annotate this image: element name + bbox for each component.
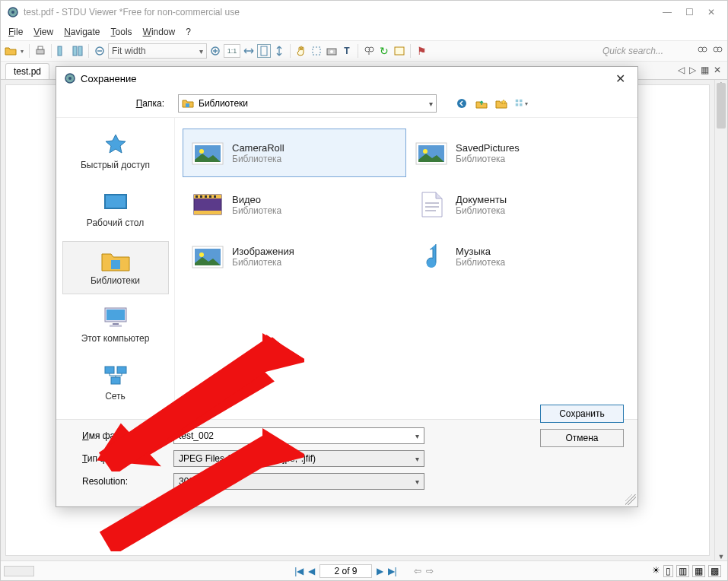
file-name: Музыка (456, 246, 505, 257)
scroll-down-icon[interactable]: ▼ (715, 553, 727, 560)
layout-single-icon[interactable]: ▯ (663, 565, 673, 577)
hand-tool-icon[interactable] (294, 44, 308, 58)
tab-grid-icon[interactable]: ▦ (701, 65, 709, 75)
search-prev-icon[interactable] (695, 44, 709, 58)
menu-help[interactable]: ? (186, 27, 191, 37)
layout-double-icon[interactable]: ▦ (692, 565, 705, 577)
close-button[interactable]: ✕ (707, 7, 715, 17)
new-folder-icon[interactable] (494, 97, 508, 110)
quick-search-input[interactable]: Quick search... (602, 46, 694, 56)
save-button[interactable]: Сохранить (540, 405, 624, 423)
page-indicator[interactable]: 2 of 9 (319, 564, 371, 578)
vertical-scrollbar[interactable]: ▲ ▼ (714, 80, 727, 560)
dialog-titlebar: Сохранение ✕ (56, 67, 637, 90)
place-desktop[interactable]: Рабочий стол (62, 183, 169, 237)
zoom-mode-select[interactable]: Fit width (108, 43, 207, 59)
star-icon (66, 132, 165, 157)
tab-prev-icon[interactable]: ◁ (678, 65, 685, 75)
menu-navigate[interactable]: Navigate (64, 27, 100, 37)
svg-rect-38 (110, 325, 122, 327)
resize-grip[interactable] (625, 494, 636, 505)
svg-point-47 (423, 149, 428, 154)
open-dropdown-icon[interactable]: ▾ (19, 44, 25, 58)
find-icon[interactable] (362, 44, 376, 58)
first-page-button[interactable]: |◀ (294, 566, 304, 576)
svg-point-25 (68, 77, 72, 80)
file-grid[interactable]: CameraRollБиблиотекаSavedPicturesБиблиот… (175, 118, 637, 419)
select-tool-icon[interactable] (310, 44, 323, 58)
folder-combo[interactable]: Библиотеки ▾ (178, 94, 437, 113)
tab-current-document[interactable]: test.pd (5, 63, 49, 79)
menu-view[interactable]: View (33, 27, 53, 37)
find-next-icon[interactable]: ↻ (377, 44, 391, 58)
file-subtitle: Библиотека (232, 257, 294, 268)
place-pc[interactable]: Этот компьютер (62, 299, 169, 352)
open-icon[interactable] (4, 44, 17, 58)
nav-fwd-button[interactable]: ⇨ (426, 566, 434, 576)
text-tool-icon[interactable]: T (340, 44, 354, 58)
filename-input[interactable]: test_002▾ (173, 427, 424, 444)
menu-file[interactable]: File (8, 27, 23, 37)
svg-rect-34 (111, 260, 120, 269)
actual-size-button[interactable]: 1:1 (224, 44, 240, 58)
file-item[interactable]: ВидеоБиблиотека (183, 180, 406, 229)
print-icon[interactable] (33, 44, 47, 58)
file-item[interactable]: ИзображенияБиблиотека (183, 232, 406, 281)
titlebar: test.pdf - STDU Viewer *Free for non-com… (1, 1, 727, 24)
fit-width-icon[interactable] (242, 44, 256, 58)
thumb2-icon[interactable] (71, 44, 84, 58)
place-network[interactable]: Сеть (62, 357, 169, 410)
horizontal-scrollbar[interactable] (4, 566, 34, 576)
file-name: Видео (232, 194, 281, 205)
filetype-select[interactable]: JPEG Files (*.jpg;*.jpeg;*.jpe;*.jfif)▾ (173, 450, 424, 467)
thumb1-icon[interactable] (56, 44, 69, 58)
pictures-icon (415, 138, 448, 168)
svg-rect-53 (205, 195, 207, 198)
svg-rect-28 (516, 100, 519, 103)
file-subtitle: Библиотека (456, 205, 507, 216)
fit-page-icon[interactable] (257, 44, 271, 58)
layout-cont-icon[interactable]: ▥ (676, 565, 689, 577)
place-star[interactable]: Быстрый доступ (62, 125, 169, 179)
brightness-icon[interactable]: ☀ (652, 565, 660, 577)
file-name: SavedPictures (456, 142, 520, 154)
pictures-icon (191, 138, 224, 168)
menu-tools[interactable]: Tools (111, 27, 132, 37)
scroll-thumb[interactable] (717, 83, 726, 129)
svg-rect-19 (395, 47, 404, 55)
file-item[interactable]: SavedPicturesБиблиотека (406, 129, 630, 177)
prev-page-button[interactable]: ◀ (308, 566, 315, 576)
zoom-out-icon[interactable] (93, 44, 106, 58)
file-item[interactable]: CameraRollБиблиотека (183, 129, 406, 177)
next-page-button[interactable]: ▶ (377, 566, 383, 576)
view-mode-icon[interactable]: ▾ (514, 97, 528, 110)
last-page-button[interactable]: ▶| (388, 566, 397, 576)
resolution-label: Resolution: (67, 476, 166, 487)
snapshot-icon[interactable] (325, 44, 339, 58)
zoom-in-icon[interactable] (208, 44, 222, 58)
resolution-select[interactable]: 300 DPI▾ (173, 473, 424, 490)
bookmark-icon[interactable] (393, 44, 406, 58)
maximize-button[interactable]: ☐ (685, 7, 694, 17)
up-folder-icon[interactable] (475, 97, 488, 110)
music-icon (415, 241, 448, 271)
dialog-close-button[interactable]: ✕ (611, 71, 630, 86)
svg-rect-2 (37, 49, 44, 54)
file-item[interactable]: МузыкаБиблиотека (406, 232, 630, 281)
place-label: Рабочий стол (66, 217, 165, 228)
tab-close-icon[interactable]: ✕ (714, 65, 721, 75)
tab-next-icon[interactable]: ▷ (689, 65, 696, 75)
nav-back-button[interactable]: ⇦ (414, 566, 421, 576)
file-item[interactable]: ДокументыБиблиотека (406, 180, 630, 229)
menu-window[interactable]: Window (143, 27, 176, 37)
layout-grid-icon[interactable]: ▩ (708, 565, 721, 577)
search-next-icon[interactable] (711, 44, 724, 58)
place-libraries[interactable]: Библиотеки (62, 241, 169, 294)
settings-icon[interactable]: ⚑ (415, 44, 428, 58)
minimize-button[interactable]: — (663, 7, 672, 17)
statusbar: |◀ ◀ 2 of 9 ▶ ▶| ⇦ ⇨ ☀ ▯ ▥ ▦ ▩ (1, 560, 727, 580)
folder-value: Библиотеки (199, 98, 248, 109)
nav-back-icon[interactable] (455, 97, 469, 110)
fit-height-icon[interactable] (272, 44, 286, 58)
cancel-button[interactable]: Отмена (540, 429, 624, 447)
